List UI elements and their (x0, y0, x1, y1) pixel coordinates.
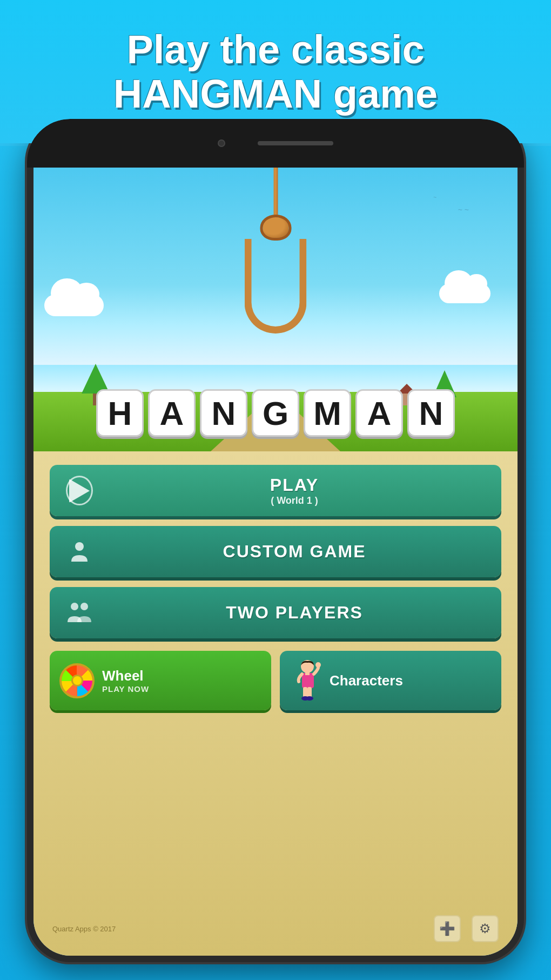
character-svg (291, 659, 321, 702)
bottom-buttons-row: Wheel PLAY NOW (50, 651, 501, 710)
characters-text-group: Characters (330, 672, 492, 689)
letter-tile-h: H (96, 389, 144, 437)
play-label: PLAY (104, 475, 485, 495)
two-players-button[interactable]: TWO PLAYERS (50, 587, 501, 638)
add-button[interactable]: ➕ (434, 915, 461, 942)
letter-tiles-row: H A N G M A N (33, 389, 518, 437)
two-persons-icon (66, 602, 92, 624)
phone-speaker (258, 141, 333, 145)
menu-area: PLAY ( World 1 ) CUSTOM GAME (33, 451, 518, 956)
character-figure-icon (290, 659, 322, 702)
phone-top-bar (27, 119, 524, 168)
svg-point-14 (315, 662, 321, 668)
play-circle (66, 476, 93, 505)
wheel-label: Wheel (102, 668, 261, 684)
play-sublabel: ( World 1 ) (104, 495, 485, 506)
custom-label: CUSTOM GAME (104, 542, 485, 562)
svg-point-6 (80, 603, 88, 610)
svg-rect-9 (305, 671, 310, 675)
wheel-sublabel: PLAY NOW (102, 684, 261, 694)
bird-small: ~ (433, 195, 436, 201)
copyright-text: Quartz Apps © 2017 (52, 925, 116, 933)
person-icon (69, 541, 90, 563)
cloud-left (44, 295, 104, 316)
letter-tile-n: N (200, 389, 247, 437)
wheel-button[interactable]: Wheel PLAY NOW (50, 651, 271, 710)
two-persons-icon-container (66, 599, 93, 626)
title-text: Play the classic HANGMAN game (113, 28, 438, 116)
wheel-center (71, 675, 83, 686)
wheel-icon (59, 663, 95, 698)
characters-label: Characters (330, 672, 492, 689)
letter-tile-n2: N (407, 389, 455, 437)
phone-camera (218, 139, 225, 147)
settings-button[interactable]: ⚙ (472, 915, 499, 942)
play-text-group: PLAY ( World 1 ) (104, 475, 485, 506)
custom-text-group: CUSTOM GAME (104, 542, 485, 562)
birds: ~ ~ (458, 205, 469, 214)
person-icon-container (66, 538, 93, 565)
svg-point-4 (75, 542, 84, 551)
phone-frame: ~ ~ ~ (27, 119, 524, 962)
footer-icons: ➕ ⚙ (434, 915, 499, 942)
characters-button[interactable]: Characters (280, 651, 501, 710)
play-button[interactable]: PLAY ( World 1 ) (50, 465, 501, 516)
two-players-label: TWO PLAYERS (104, 603, 485, 623)
wheel-text-group: Wheel PLAY NOW (102, 668, 261, 694)
gallows-noose (245, 165, 307, 334)
cloud-right (439, 284, 490, 303)
letter-tile-g: G (252, 389, 299, 437)
plus-icon: ➕ (439, 921, 455, 936)
letter-tile-m: M (304, 389, 351, 437)
svg-rect-8 (302, 673, 314, 688)
phone-screen: ~ ~ ~ (33, 165, 518, 956)
svg-point-13 (306, 696, 313, 701)
svg-point-5 (71, 603, 78, 610)
play-icon-container (66, 477, 93, 504)
custom-game-button[interactable]: CUSTOM GAME (50, 526, 501, 577)
footer-area: Quartz Apps © 2017 ➕ ⚙ (50, 915, 501, 942)
play-triangle-icon (69, 479, 90, 503)
gear-icon: ⚙ (479, 921, 491, 936)
letter-tile-a1: A (148, 389, 196, 437)
two-players-text-group: TWO PLAYERS (104, 603, 485, 623)
letter-tile-a2: A (355, 389, 403, 437)
